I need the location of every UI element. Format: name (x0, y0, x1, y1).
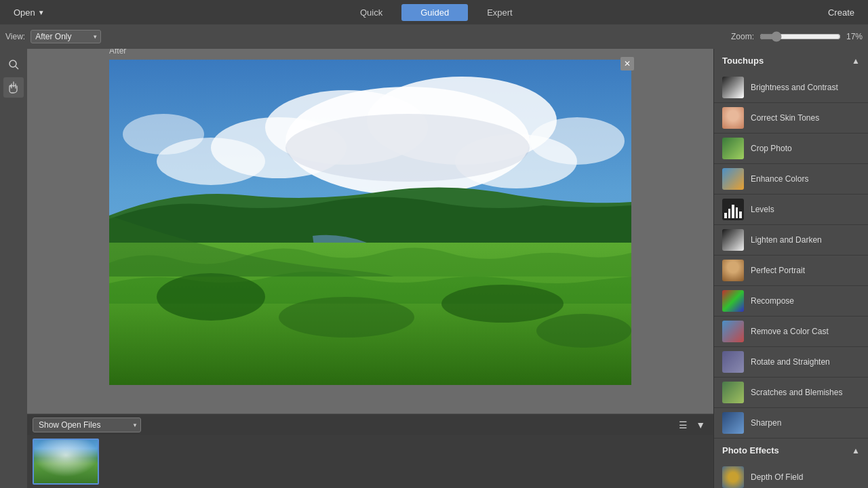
svg-point-14 (157, 273, 265, 321)
zoom-value: 17% (846, 32, 863, 41)
brightness-icon (722, 77, 744, 98)
lighten-icon (722, 229, 744, 251)
touchups-title: Touchups (722, 56, 764, 66)
touchup-scratch[interactable]: Scratches and Blemishes (714, 378, 868, 408)
portrait-icon (722, 260, 744, 281)
open-button[interactable]: Open ▼ (8, 5, 50, 20)
view-select[interactable]: After Only Before Only Before & After (31, 30, 101, 43)
scratch-icon (722, 382, 744, 403)
touchup-portrait[interactable]: Perfect Portrait (714, 256, 868, 286)
filmstrip-list-icon[interactable]: ☰ (676, 418, 690, 432)
show-files-wrapper: Show Open Files Show Recent Files (33, 418, 141, 432)
touchup-recompose[interactable]: Recompose (714, 286, 868, 317)
crop-icon (722, 138, 744, 159)
levels-icon (722, 199, 744, 220)
svg-rect-2 (11, 85, 16, 86)
filmstrip-bar: Show Open Files Show Recent Files ☰ ▼ (27, 413, 713, 435)
recompose-label: Recompose (751, 296, 794, 306)
touchup-crop[interactable]: Crop Photo (714, 134, 868, 164)
tab-expert[interactable]: Expert (468, 4, 532, 21)
touchup-skintones[interactable]: Correct Skin Tones (714, 103, 868, 134)
close-photo-button[interactable]: ✕ (620, 57, 634, 70)
tab-guided[interactable]: Guided (401, 4, 468, 21)
hand-tool-button[interactable] (3, 77, 24, 98)
photo-effects-header[interactable]: Photo Effects ▲ (714, 439, 868, 462)
touchup-lighten[interactable]: Lighten and Darken (714, 225, 868, 256)
touchups-header[interactable]: Touchups ▲ (714, 49, 868, 73)
photo-effects-title: Photo Effects (722, 445, 779, 455)
touchup-brightness[interactable]: Brightness and Contrast (714, 73, 868, 103)
touchup-enhance[interactable]: Enhance Colors (714, 164, 868, 195)
tab-quick[interactable]: Quick (341, 4, 401, 21)
filmstrip-content (27, 435, 713, 488)
thumbnail-item[interactable] (33, 439, 99, 485)
photo-effects-list: Depth Of Field High Key Line Drawing Lom… (714, 462, 868, 488)
touchups-list: Brightness and Contrast Correct Skin Ton… (714, 73, 868, 439)
zoom-slider[interactable] (760, 31, 841, 42)
dof-label: Depth Of Field (751, 472, 803, 482)
levels-label: Levels (751, 205, 774, 214)
photo-effects-collapse-icon: ▲ (852, 446, 860, 455)
sharpen-icon (722, 412, 744, 434)
zoom-group: Zoom: 17% (731, 31, 863, 42)
touchup-colorcast[interactable]: Remove a Color Cast (714, 317, 868, 347)
rotate-label: Rotate and Straighten (751, 357, 830, 367)
top-toolbar: Open ▼ Quick Guided Expert Create (0, 0, 868, 24)
skintones-label: Correct Skin Tones (751, 113, 819, 123)
touchup-levels[interactable]: Levels (714, 195, 868, 225)
svg-point-11 (123, 114, 204, 155)
crop-label: Crop Photo (751, 144, 792, 153)
portrait-label: Perfect Portrait (751, 266, 805, 275)
open-label: Open (14, 7, 35, 18)
filmstrip: Show Open Files Show Recent Files ☰ ▼ (27, 413, 713, 488)
rotate-icon (722, 351, 744, 373)
right-panel: Touchups ▲ Brightness and Contrast Corre… (713, 49, 868, 488)
mode-tabs: Quick Guided Expert (341, 4, 532, 21)
main-layout: After ✕ (0, 49, 868, 488)
colorcast-icon (722, 321, 744, 342)
enhance-label: Enhance Colors (751, 174, 808, 184)
svg-point-10 (530, 117, 625, 165)
dof-icon (722, 466, 744, 488)
touchup-sharpen[interactable]: Sharpen (714, 408, 868, 439)
open-chevron-icon: ▼ (38, 9, 45, 16)
filmstrip-icons: ☰ ▼ (676, 418, 708, 432)
canvas-area: After ✕ (27, 49, 713, 488)
view-select-wrapper: After Only Before Only Before & After (31, 30, 101, 43)
photo-frame: After ✕ (109, 60, 631, 385)
touchups-collapse-icon: ▲ (852, 56, 860, 66)
svg-point-16 (441, 285, 564, 323)
skintones-icon (722, 107, 744, 129)
svg-point-0 (9, 60, 16, 67)
svg-point-17 (536, 314, 631, 348)
show-files-select[interactable]: Show Open Files Show Recent Files (33, 418, 141, 432)
touchup-rotate[interactable]: Rotate and Straighten (714, 347, 868, 378)
brightness-label: Brightness and Contrast (751, 83, 838, 92)
enhance-icon (722, 168, 744, 190)
scratch-label: Scratches and Blemishes (751, 388, 842, 397)
svg-line-1 (16, 66, 18, 69)
photo-canvas (109, 60, 631, 385)
colorcast-label: Remove a Color Cast (751, 327, 829, 336)
create-button[interactable]: Create (823, 5, 860, 20)
svg-point-15 (279, 297, 414, 338)
left-toolbar (0, 49, 27, 488)
filmstrip-sort-icon[interactable]: ▼ (693, 418, 708, 432)
recompose-icon (722, 290, 744, 312)
lighten-label: Lighten and Darken (751, 235, 822, 245)
after-label: After (109, 49, 126, 56)
close-icon: ✕ (624, 59, 631, 68)
svg-point-12 (285, 114, 530, 182)
view-label: View: (5, 32, 25, 41)
zoom-tool-button[interactable] (3, 54, 24, 75)
secondary-toolbar: View: After Only Before Only Before & Af… (0, 24, 868, 49)
effect-dof[interactable]: Depth Of Field (714, 462, 868, 488)
zoom-label: Zoom: (731, 32, 754, 41)
sharpen-label: Sharpen (751, 418, 781, 428)
canvas-wrapper: After ✕ (27, 49, 713, 413)
